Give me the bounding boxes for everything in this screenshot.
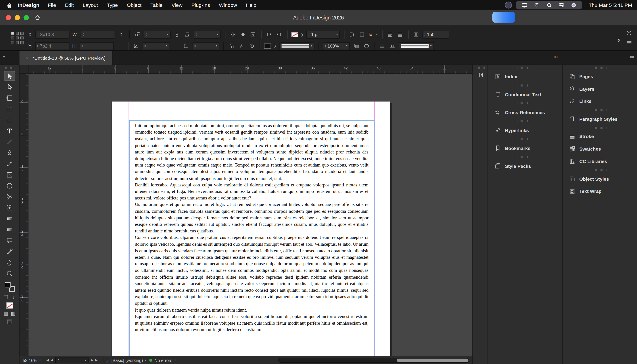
horizontal-ruler[interactable]: 12606121824303642485460: [28, 65, 473, 74]
screen-mode-icon[interactable]: [6, 319, 12, 325]
chevron-down-icon[interactable]: ▾: [167, 33, 168, 36]
hand-tool[interactable]: [4, 258, 15, 267]
panel-grip[interactable]: [0, 65, 19, 70]
stroke-color-none-swatch[interactable]: [291, 32, 298, 37]
direct-selection-tool[interactable]: [4, 82, 15, 92]
x-position-field[interactable]: ▴▾3p10.8: [36, 31, 70, 38]
stepper-icon[interactable]: ▴▾: [194, 44, 196, 48]
gutter-field[interactable]: ▴▾1p0: [422, 31, 449, 38]
panel-links[interactable]: Links: [563, 95, 637, 108]
shear-field[interactable]: ▴▾▾: [194, 31, 220, 38]
panel-object-styles[interactable]: Object Styles: [563, 173, 637, 185]
stepper-icon[interactable]: ▴▾: [146, 32, 147, 36]
panel-conditional-text[interactable]: Conditional Text: [488, 88, 562, 101]
panel-style-packs[interactable]: Style Packs: [488, 160, 562, 172]
panel-bookmarks[interactable]: Bookmarks: [488, 142, 562, 154]
menu-help[interactable]: Help: [242, 2, 261, 8]
page-tool[interactable]: [4, 93, 15, 103]
next-page-icon[interactable]: ▶: [91, 358, 93, 362]
menu-plug-ins[interactable]: Plug-Ins: [187, 2, 214, 8]
page-number-field[interactable]: 1▾: [55, 357, 89, 363]
collapse-dock-icon[interactable]: ««: [554, 54, 557, 60]
document-canvas[interactable]: Ihit moluptiumqui acitaessed moluptate o…: [28, 74, 473, 356]
last-page-icon[interactable]: ▶❘: [95, 358, 100, 362]
stroke-style-dropdown[interactable]: ▾: [279, 42, 314, 50]
menu-layout[interactable]: Layout: [78, 2, 102, 8]
panel-paragraph-styles[interactable]: Paragraph Styles: [563, 113, 637, 125]
vertical-ruler[interactable]: 061218243036: [20, 74, 28, 356]
expand-panels-left-icon[interactable]: »: [2, 54, 5, 59]
preview-dropdown[interactable]: ▾: [399, 42, 434, 50]
gradient-feather-tool[interactable]: [4, 225, 15, 234]
stepper-icon[interactable]: ▴▾: [38, 32, 39, 36]
search-icon[interactable]: [546, 2, 552, 8]
chevron-down-icon[interactable]: ▾: [166, 44, 167, 48]
chevron-down-icon[interactable]: ▾: [346, 44, 348, 48]
panel-grip[interactable]: [488, 83, 562, 88]
select-container-icon[interactable]: [228, 42, 235, 50]
menu-type[interactable]: Type: [102, 2, 122, 8]
target-icon[interactable]: [248, 42, 256, 50]
apply-none-swatch[interactable]: [6, 302, 12, 309]
shear-angle-field[interactable]: ▴▾▾: [192, 42, 219, 50]
apply-color-icon[interactable]: [3, 311, 9, 316]
note-tool[interactable]: [4, 236, 15, 245]
stepper-icon[interactable]: ▴▾: [38, 44, 38, 48]
panel-grip[interactable]: [488, 101, 562, 106]
type-tool[interactable]: [4, 126, 15, 136]
collapse-dock-icon[interactable]: ««: [630, 54, 634, 60]
panel-stroke[interactable]: Stroke: [563, 130, 637, 143]
height-field[interactable]: ▴▾: [80, 42, 114, 50]
fill-swatch[interactable]: [5, 282, 10, 288]
zoom-level-dropdown[interactable]: 58.16%▾: [23, 358, 41, 362]
panel-index[interactable]: Index: [488, 70, 562, 83]
flip-vertical-icon[interactable]: [239, 31, 246, 38]
preflight-profile-dropdown[interactable]: [Basic] (working)▾: [112, 358, 146, 362]
panel-cc-libraries[interactable]: CC Libraries: [563, 155, 637, 168]
panel-cross-references[interactable]: abcCross-References: [488, 106, 562, 118]
reference-point-proxy[interactable]: [11, 32, 24, 44]
panel-grip[interactable]: [563, 125, 637, 130]
active-app-name[interactable]: InDesign: [18, 2, 39, 8]
rotation-angle-field[interactable]: ▴▾▾: [142, 42, 169, 50]
free-transform-tool[interactable]: [4, 203, 15, 212]
control-center-icon[interactable]: [559, 2, 564, 8]
formatting-affects-text-icon[interactable]: T: [10, 294, 16, 300]
apply-gradient-icon[interactable]: [10, 311, 16, 316]
panel-grip[interactable]: [473, 65, 487, 70]
stepper-icon[interactable]: ▴▾: [196, 32, 197, 36]
stroke-weight-field[interactable]: ▴▾1 pt▾: [306, 31, 340, 38]
text-wrap-around-icon[interactable]: [388, 42, 396, 50]
ellipse-tool[interactable]: [4, 181, 15, 190]
content-collector-tool[interactable]: [4, 115, 15, 125]
close-tab-icon[interactable]: ×: [26, 55, 29, 61]
gap-tool[interactable]: [4, 104, 15, 114]
drop-shadow-icon[interactable]: [352, 42, 360, 50]
panel-grip[interactable]: [488, 154, 562, 160]
color-theme-tool[interactable]: [4, 246, 15, 256]
scissors-tool[interactable]: [4, 192, 15, 202]
rectangle-frame-tool[interactable]: [4, 170, 15, 180]
apple-icon[interactable]: [6, 2, 13, 8]
chevron-right-icon[interactable]: ❯: [301, 33, 304, 36]
fill-color-swatch[interactable]: [264, 43, 271, 49]
panel-grip[interactable]: [488, 118, 562, 124]
pencil-tool[interactable]: [4, 159, 15, 168]
menubar-clock[interactable]: Thu Mar 5 5:41 PM: [588, 2, 632, 8]
stepper-icon[interactable]: ▴▾: [82, 44, 83, 48]
rotate-ccw-icon[interactable]: [265, 31, 272, 38]
zoom-tool[interactable]: [4, 268, 15, 278]
chevron-down-icon[interactable]: ▾: [216, 44, 217, 48]
link-scale-icon[interactable]: [174, 31, 181, 38]
select-content-icon[interactable]: [238, 42, 245, 50]
ruler-origin-corner[interactable]: [20, 65, 28, 74]
horizontal-scrollbar[interactable]: [278, 358, 469, 362]
fill-stroke-proxy[interactable]: [5, 282, 14, 292]
chevron-down-icon[interactable]: ▾: [336, 33, 338, 36]
stepper-icon[interactable]: ▴▾: [424, 32, 425, 36]
panel-swatches[interactable]: Swatches: [563, 143, 637, 155]
line-tool[interactable]: [4, 137, 15, 146]
selection-tool[interactable]: [4, 71, 15, 81]
gpu-performance-icon[interactable]: [616, 37, 622, 43]
panel-layers[interactable]: Layers: [563, 83, 637, 95]
